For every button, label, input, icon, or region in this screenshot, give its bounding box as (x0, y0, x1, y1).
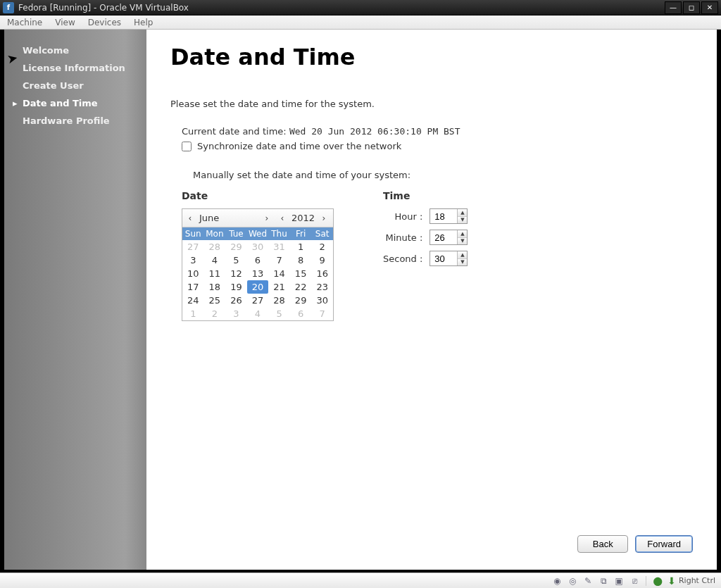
calendar-day-cell[interactable]: 28 (268, 294, 290, 307)
minute-down-button[interactable]: ▼ (458, 238, 467, 245)
calendar-day-cell[interactable]: 28 (204, 240, 226, 254)
sidebar-item-license[interactable]: License Information (13, 60, 138, 77)
close-button[interactable]: ✕ (701, 1, 718, 14)
calendar-day-cell[interactable]: 26 (225, 294, 247, 307)
calendar-day-cell[interactable]: 6 (247, 254, 269, 267)
calendar-day-cell[interactable]: 19 (225, 280, 247, 294)
next-year-button[interactable]: › (316, 213, 332, 223)
calendar-day-cell[interactable]: 11 (204, 267, 226, 280)
window-titlebar: f Fedora [Running] - Oracle VM VirtualBo… (0, 0, 721, 15)
sidebar-item-welcome[interactable]: Welcome (13, 42, 138, 60)
main-content: Date and Time Please set the date and ti… (146, 30, 717, 570)
calendar-day-cell[interactable]: 2 (311, 240, 333, 254)
calendar-day-cell[interactable]: 23 (311, 280, 333, 294)
calendar-day-cell[interactable]: 24 (182, 294, 204, 307)
calendar-day-cell[interactable]: 5 (268, 307, 290, 320)
sync-checkbox[interactable] (182, 142, 192, 151)
display-icon[interactable]: ⎚ (629, 575, 640, 587)
sync-label: Synchronize date and time over the netwo… (197, 141, 401, 151)
calendar-body: 2728293031123456789101112131415161718192… (182, 240, 333, 320)
second-down-button[interactable]: ▼ (458, 259, 467, 266)
calendar-day-cell[interactable]: 7 (311, 307, 333, 320)
minute-spinner[interactable]: ▲ ▼ (430, 230, 468, 245)
calendar-day-cell[interactable]: 1 (182, 307, 204, 320)
instruction-text: Please set the date and time for the sys… (170, 99, 693, 109)
menu-help[interactable]: Help (134, 18, 153, 27)
calendar-day-cell[interactable]: 16 (311, 267, 333, 280)
hour-spinner[interactable]: ▲ ▼ (430, 208, 468, 224)
hour-input[interactable] (430, 209, 457, 223)
minute-input[interactable] (430, 230, 457, 244)
calendar-day-cell[interactable]: 30 (247, 240, 269, 254)
disk-icon[interactable]: ◉ (551, 575, 563, 587)
prev-month-button[interactable]: ‹ (182, 213, 198, 223)
menu-machine[interactable]: Machine (7, 18, 42, 27)
sidebar-item-create-user[interactable]: Create User (13, 77, 138, 95)
sidebar-item-date-time[interactable]: Date and Time (13, 95, 138, 113)
forward-button[interactable]: Forward (635, 535, 693, 553)
app-icon: f (3, 2, 14, 13)
calendar-day-cell[interactable]: 13 (247, 267, 269, 280)
hour-label: Hour : (395, 211, 423, 222)
minimize-button[interactable]: — (665, 1, 682, 14)
calendar-day-cell[interactable]: 18 (204, 280, 226, 294)
calendar-day-cell[interactable]: 25 (204, 294, 226, 307)
calendar-day-cell[interactable]: 22 (290, 280, 312, 294)
mouse-integration-icon[interactable]: ⬤ (652, 575, 663, 587)
calendar-day-cell[interactable]: 9 (311, 254, 333, 267)
calendar-day-cell[interactable]: 6 (290, 307, 312, 320)
second-label: Second : (383, 254, 422, 264)
menubar: Machine View Devices Help (0, 15, 721, 30)
calendar-day-cell[interactable]: 10 (182, 267, 204, 280)
minute-label: Minute : (385, 232, 422, 243)
next-month-button[interactable]: › (259, 213, 275, 223)
optical-icon[interactable]: ◎ (567, 575, 578, 587)
calendar-day-cell[interactable]: 5 (225, 254, 247, 267)
calendar-day-cell[interactable]: 14 (268, 267, 290, 280)
calendar-day-cell[interactable]: 15 (290, 267, 312, 280)
separator (646, 576, 646, 586)
sidebar-item-hardware[interactable]: Hardware Profile (13, 113, 138, 130)
calendar-dow-cell: Thu (268, 227, 290, 240)
calendar-day-cell[interactable]: 31 (268, 240, 290, 254)
calendar-day-cell[interactable]: 1 (290, 240, 312, 254)
menu-devices[interactable]: Devices (88, 18, 121, 27)
menu-view[interactable]: View (55, 18, 75, 27)
calendar-day-cell[interactable]: 27 (182, 240, 204, 254)
calendar-day-cell[interactable]: 4 (247, 307, 269, 320)
calendar-day-cell[interactable]: 8 (290, 254, 312, 267)
calendar-day-cell[interactable]: 12 (225, 267, 247, 280)
network-icon[interactable]: ⧉ (598, 575, 609, 587)
sync-row[interactable]: Synchronize date and time over the netwo… (182, 141, 693, 151)
calendar-day-cell[interactable]: 29 (290, 294, 312, 307)
calendar-month: June (198, 213, 259, 223)
second-input[interactable] (430, 251, 457, 265)
hour-up-button[interactable]: ▲ (458, 209, 467, 217)
calendar-dow-cell: Sun (182, 227, 204, 240)
calendar-day-cell[interactable]: 29 (225, 240, 247, 254)
second-spinner[interactable]: ▲ ▼ (430, 251, 468, 266)
shared-folders-icon[interactable]: ▣ (613, 575, 625, 587)
calendar-dow-row: SunMonTueWedThuFriSat (182, 227, 333, 240)
calendar-day-cell[interactable]: 7 (268, 254, 290, 267)
calendar-day-cell[interactable]: 2 (204, 307, 226, 320)
calendar-day-cell[interactable]: 17 (182, 280, 204, 294)
calendar-day-cell[interactable]: 21 (268, 280, 290, 294)
calendar-dow-cell: Mon (204, 227, 226, 240)
maximize-button[interactable]: ◻ (683, 1, 700, 14)
minute-up-button[interactable]: ▲ (458, 230, 467, 238)
calendar-day-cell[interactable]: 3 (225, 307, 247, 320)
statusbar: ◉ ◎ ✎ ⧉ ▣ ⎚ ⬤ ⬇ Right Ctrl (0, 573, 721, 588)
second-up-button[interactable]: ▲ (458, 251, 467, 259)
calendar-dow-cell: Fri (290, 227, 312, 240)
hour-down-button[interactable]: ▼ (458, 217, 467, 224)
calendar-day-cell[interactable]: 20 (247, 280, 269, 294)
calendar-day-cell[interactable]: 30 (311, 294, 333, 307)
usb-icon[interactable]: ✎ (582, 575, 594, 587)
calendar-day-cell[interactable]: 3 (182, 254, 204, 267)
back-button[interactable]: Back (577, 535, 628, 553)
host-key-indicator[interactable]: ⬇ Right Ctrl (667, 575, 715, 587)
calendar-day-cell[interactable]: 27 (247, 294, 269, 307)
calendar-day-cell[interactable]: 4 (204, 254, 226, 267)
prev-year-button[interactable]: ‹ (275, 213, 290, 223)
